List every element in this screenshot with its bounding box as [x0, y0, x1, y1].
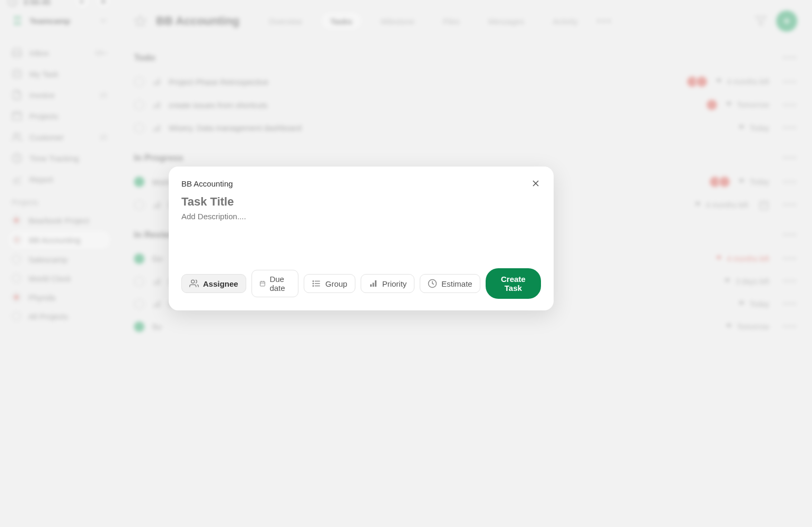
task-description-input[interactable]: [181, 212, 541, 221]
group-chip[interactable]: Group: [304, 274, 355, 293]
svg-rect-33: [260, 281, 265, 286]
svg-rect-45: [375, 280, 376, 287]
task-title-input[interactable]: [181, 195, 541, 209]
svg-point-42: [313, 286, 314, 287]
assignee-chip[interactable]: Assignee: [181, 274, 246, 293]
chip-label: Assignee: [203, 279, 238, 288]
chip-label: Priority: [382, 279, 407, 288]
chip-label: Estimate: [441, 279, 472, 288]
svg-point-41: [313, 283, 314, 284]
clock-icon: [428, 279, 437, 288]
close-icon[interactable]: [530, 178, 541, 189]
chip-label: Group: [325, 279, 347, 288]
modal-breadcrumb: BB Accounting: [181, 179, 530, 188]
calendar-icon: [259, 279, 266, 288]
priority-icon: [369, 279, 378, 288]
create-task-button[interactable]: Create Task: [486, 268, 541, 299]
estimate-chip[interactable]: Estimate: [420, 274, 480, 293]
svg-rect-43: [370, 285, 372, 287]
svg-point-40: [313, 281, 314, 282]
users-icon: [189, 279, 199, 288]
list-icon: [312, 279, 321, 288]
svg-point-32: [191, 280, 195, 283]
priority-chip[interactable]: Priority: [361, 274, 415, 293]
svg-rect-44: [372, 283, 374, 287]
due-date-chip[interactable]: Due date: [252, 270, 298, 297]
chip-label: Due date: [269, 275, 291, 292]
create-task-modal: BB Accounting Assignee Due date Group Pr…: [169, 167, 554, 310]
